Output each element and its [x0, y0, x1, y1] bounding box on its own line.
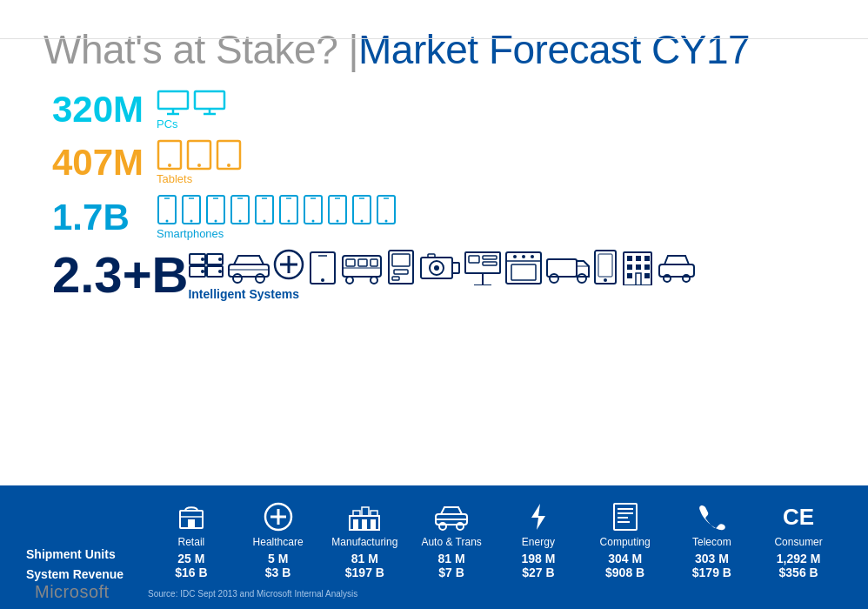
svg-rect-24 — [256, 196, 273, 224]
intel-icon-medical — [273, 249, 304, 285]
svg-rect-0 — [158, 91, 188, 109]
category-computing: Computing 304 M $908 B — [582, 501, 669, 579]
intel-icon-billboard — [464, 249, 502, 285]
svg-point-89 — [550, 274, 558, 283]
computing-revenue: $908 B — [605, 566, 644, 579]
svg-rect-68 — [392, 254, 410, 266]
intel-icon-truck — [545, 249, 591, 285]
auto-units: 81 M — [438, 552, 465, 566]
energy-units: 198 M — [521, 552, 555, 566]
intel-icon-car2 — [658, 249, 696, 285]
manufacturing-name: Manufacturing — [331, 536, 397, 548]
phone-icon-10 — [376, 194, 397, 225]
svg-rect-69 — [394, 270, 408, 274]
tablets-label: Tablets — [157, 172, 192, 185]
category-healthcare: Healthcare 5 M $3 B — [235, 501, 322, 579]
healthcare-units: 5 M — [268, 552, 288, 566]
tablets-number: 407M — [52, 142, 157, 184]
consumer-icon: CE — [783, 501, 814, 532]
tablet-icon-2 — [186, 139, 212, 171]
svg-rect-27 — [280, 196, 297, 224]
svg-point-85 — [522, 255, 525, 258]
manufacturing-units: 81 M — [351, 552, 378, 566]
device-row-pcs: 320M PCs — [52, 89, 825, 130]
category-consumer: CE Consumer 1,292 M $356 B — [755, 501, 842, 579]
bottom-bar-inner: Shipment Units System Revenue Retail 25 … — [26, 501, 842, 584]
svg-point-66 — [371, 277, 377, 284]
svg-rect-119 — [362, 519, 367, 530]
category-retail: Retail 25 M $16 B — [148, 501, 235, 579]
svg-rect-96 — [627, 256, 632, 261]
svg-rect-81 — [483, 262, 497, 265]
svg-rect-99 — [627, 264, 632, 270]
retail-units: 25 M — [177, 552, 204, 566]
phone-icon-4 — [230, 194, 250, 225]
energy-icon — [526, 501, 551, 532]
manufacturing-icon — [348, 501, 381, 532]
healthcare-name: Healthcare — [253, 536, 304, 548]
title-blue: Market Forecast CY17 — [358, 26, 750, 73]
svg-point-73 — [434, 265, 439, 271]
svg-rect-12 — [158, 196, 176, 224]
title-gray: What's at Stake? | — [43, 26, 358, 73]
consumer-revenue: $356 B — [779, 566, 818, 579]
svg-rect-101 — [644, 264, 650, 270]
svg-rect-63 — [371, 259, 377, 266]
phone-icon-2 — [181, 194, 202, 225]
svg-point-41 — [385, 220, 388, 223]
ce-text: CE — [783, 504, 814, 531]
svg-point-49 — [218, 270, 222, 273]
svg-rect-87 — [511, 264, 536, 280]
device-row-intelligent: 2.3+B — [52, 249, 825, 301]
intelligent-label: Intelligent Systems — [188, 287, 299, 301]
title-row: What's at Stake? | Market Forecast CY17 — [43, 26, 825, 73]
main-content: What's at Stake? | Market Forecast CY17 … — [0, 0, 868, 301]
telecom-icon — [697, 501, 726, 532]
category-manufacturing: Manufacturing 81 M $197 B — [322, 501, 409, 579]
svg-rect-105 — [659, 264, 694, 277]
pc-icon-1 — [157, 90, 190, 116]
svg-rect-62 — [358, 259, 367, 266]
svg-point-7 — [168, 164, 171, 167]
phone-icon-1 — [157, 194, 177, 225]
svg-point-17 — [190, 220, 193, 223]
category-energy: Energy 198 M $27 B — [495, 501, 582, 579]
svg-rect-3 — [195, 91, 224, 109]
tablet-icon-1 — [157, 139, 183, 171]
pcs-number: 320M — [52, 89, 157, 130]
svg-rect-120 — [371, 519, 376, 530]
svg-point-52 — [256, 274, 264, 283]
intelligent-icons — [188, 249, 696, 285]
svg-rect-75 — [428, 254, 435, 258]
intel-icon-car — [227, 249, 270, 285]
intel-icon-mobile — [593, 249, 618, 285]
left-labels-area: Shipment Units System Revenue — [26, 501, 148, 584]
tablets-icons-area: Tablets — [157, 139, 242, 185]
intel-icon-server — [188, 249, 224, 285]
intel-icon-appliance — [504, 249, 543, 285]
shipment-units-label: Shipment Units — [26, 545, 148, 564]
svg-rect-30 — [304, 196, 322, 224]
svg-point-58 — [321, 278, 324, 282]
microsoft-logo: Microsoft — [35, 582, 110, 602]
computing-name: Computing — [600, 536, 651, 548]
svg-rect-79 — [469, 256, 479, 263]
svg-rect-97 — [636, 256, 641, 261]
svg-rect-118 — [353, 519, 358, 530]
svg-rect-110 — [188, 519, 195, 528]
categories-container: Retail 25 M $16 B Healthcare 5 M $3 B — [148, 501, 842, 579]
svg-point-32 — [312, 220, 315, 223]
svg-point-51 — [233, 274, 242, 283]
svg-rect-36 — [353, 196, 371, 224]
svg-point-94 — [604, 278, 607, 282]
intelligent-icons-area: Intelligent Systems — [188, 249, 696, 301]
svg-rect-104 — [644, 273, 650, 278]
telecom-name: Telecom — [692, 536, 731, 548]
healthcare-icon — [264, 501, 293, 532]
svg-point-11 — [227, 164, 230, 167]
retail-name: Retail — [178, 536, 205, 548]
phone-icon-7 — [303, 194, 324, 225]
smartphones-icons — [157, 194, 397, 225]
svg-point-65 — [346, 277, 353, 284]
svg-point-46 — [201, 258, 204, 261]
